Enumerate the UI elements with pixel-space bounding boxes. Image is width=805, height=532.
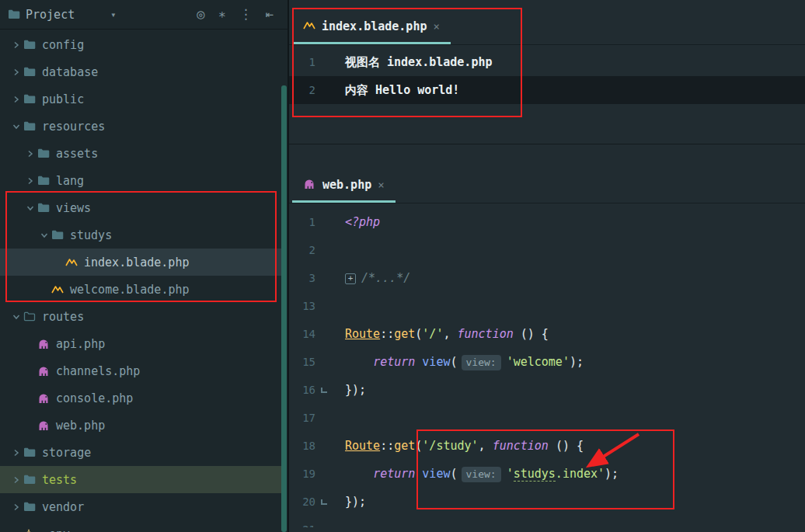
- tree-item-channels-php[interactable]: channels.php: [0, 357, 281, 384]
- code-token: get: [394, 439, 415, 453]
- tree-item-config[interactable]: config: [0, 31, 281, 58]
- line-number[interactable]: 13: [289, 292, 315, 320]
- tree-item-web-php[interactable]: web.php: [0, 412, 281, 439]
- code-line-21[interactable]: 21: [289, 516, 805, 527]
- collapse-all-icon[interactable]: ∗: [218, 8, 226, 21]
- tree-item-label: studys: [68, 228, 112, 242]
- code-token: studys: [514, 467, 556, 482]
- tree-item-label: .env: [40, 527, 70, 532]
- tree-item-public[interactable]: public: [0, 85, 281, 113]
- chevron-expanded-icon[interactable]: [26, 201, 34, 215]
- code-token: '/': [422, 327, 443, 341]
- project-panel-title[interactable]: Project: [26, 8, 75, 22]
- line-number[interactable]: 1: [289, 208, 315, 236]
- code-line-15[interactable]: 15 return view(view:'welcome');: [289, 348, 805, 376]
- hide-panel-icon[interactable]: ⇤: [266, 8, 274, 21]
- code-token: view: [422, 355, 450, 369]
- tree-item-views[interactable]: views: [0, 194, 281, 221]
- chevron-collapsed-icon[interactable]: [9, 503, 23, 511]
- parameter-hint: view:: [462, 467, 501, 482]
- tree-item-studys[interactable]: studys: [0, 221, 281, 249]
- chevron-collapsed-icon[interactable]: [9, 449, 23, 457]
- fold-end-marker[interactable]: [315, 376, 333, 404]
- line-number[interactable]: 21: [289, 516, 315, 527]
- code-line-2[interactable]: 2内容 Hello world!: [289, 76, 805, 104]
- code-line-18[interactable]: 18Route::get('/study', function () {: [289, 432, 805, 460]
- close-icon[interactable]: ×: [433, 20, 439, 33]
- line-number[interactable]: 1: [289, 48, 315, 76]
- chevron-collapsed-icon[interactable]: [9, 476, 23, 484]
- code-line-14[interactable]: 14Route::get('/', function () {: [289, 320, 805, 348]
- line-number[interactable]: 16: [289, 376, 315, 404]
- code-line-3[interactable]: 3+/*...*/: [289, 264, 805, 292]
- line-number[interactable]: 14: [289, 320, 315, 348]
- locate-icon[interactable]: ◎: [197, 8, 204, 21]
- editor-top: index.blade.php × 1视图名 index.blade.php2内…: [289, 0, 805, 144]
- code-line-19[interactable]: 19 return view(view:'studys.index');: [289, 460, 805, 488]
- code-token: .index': [556, 467, 605, 481]
- folded-region-expand-icon[interactable]: +: [345, 273, 356, 284]
- chevron-expanded-icon[interactable]: [40, 228, 48, 242]
- tree-item-env[interactable]: .env: [0, 520, 281, 532]
- project-tree-scrollbar[interactable]: [281, 85, 287, 532]
- fold-column: [315, 292, 333, 320]
- chevron-down-icon[interactable]: ▾: [110, 9, 116, 20]
- code-line-content: [333, 292, 345, 320]
- code-token: [345, 467, 373, 481]
- line-number[interactable]: 17: [289, 404, 315, 432]
- tree-item-storage[interactable]: storage: [0, 439, 281, 466]
- tree-item-database[interactable]: database: [0, 58, 281, 85]
- code-line-16[interactable]: 16});: [289, 376, 805, 404]
- tree-item-welcome-blade-php[interactable]: welcome.blade.php: [0, 276, 281, 303]
- chevron-collapsed-icon[interactable]: [9, 41, 23, 49]
- fold-end-marker[interactable]: [315, 488, 333, 516]
- code-line-content: Route::get('/', function () {: [333, 320, 549, 348]
- fold-column: [315, 320, 333, 348]
- line-number[interactable]: 2: [289, 76, 315, 104]
- editor-bottom-tabbar: web.php ×: [289, 167, 805, 203]
- code-line-13[interactable]: 13: [289, 292, 805, 320]
- chevron-collapsed-icon[interactable]: [9, 68, 23, 76]
- close-icon[interactable]: ×: [378, 179, 384, 191]
- tree-item-assets[interactable]: assets: [0, 140, 281, 167]
- code-line-17[interactable]: 17: [289, 404, 805, 432]
- tree-item-resources[interactable]: resources: [0, 113, 281, 140]
- tree-item-lang[interactable]: lang: [0, 167, 281, 194]
- code-token: [345, 355, 373, 369]
- code-line-1[interactable]: 1<?php: [289, 208, 805, 236]
- chevron-collapsed-icon[interactable]: [23, 177, 37, 185]
- line-number[interactable]: 2: [289, 236, 315, 264]
- line-number[interactable]: 20: [289, 488, 315, 516]
- code-token: ': [507, 467, 514, 481]
- line-number[interactable]: 3: [289, 264, 315, 292]
- tree-item-console-php[interactable]: console.php: [0, 384, 281, 412]
- editor-bottom-code: 1<?php23+/*...*/1314Route::get('/', func…: [289, 203, 805, 527]
- code-token: });: [345, 495, 366, 509]
- tree-item-index-blade-php[interactable]: index.blade.php: [0, 249, 281, 276]
- tree-item-vendor[interactable]: vendor: [0, 493, 281, 520]
- chevron-collapsed-icon[interactable]: [9, 96, 23, 103]
- code-line-content: <?php: [333, 208, 380, 236]
- code-line-1[interactable]: 1视图名 index.blade.php: [289, 48, 805, 76]
- more-options-icon[interactable]: ⋮: [239, 8, 253, 21]
- tree-item-tests[interactable]: tests: [0, 466, 281, 493]
- line-number[interactable]: 15: [289, 348, 315, 376]
- php-icon: [37, 393, 54, 403]
- tree-item-api-php[interactable]: api.php: [0, 330, 281, 357]
- chevron-expanded-icon[interactable]: [12, 120, 20, 134]
- tab-web-php[interactable]: web.php ×: [292, 169, 396, 203]
- line-number[interactable]: 19: [289, 460, 315, 488]
- folder-icon: [37, 176, 54, 186]
- code-line-2[interactable]: 2: [289, 236, 805, 264]
- code-line-20[interactable]: 20});: [289, 488, 805, 516]
- chevron-collapsed-icon[interactable]: [23, 150, 37, 158]
- tree-item-routes[interactable]: routes: [0, 303, 281, 330]
- tree-item-label: channels.php: [54, 364, 140, 378]
- code-line-content: [333, 236, 345, 264]
- line-number[interactable]: 18: [289, 432, 315, 460]
- tree-item-label: routes: [40, 310, 84, 324]
- chevron-expanded-icon[interactable]: [12, 310, 20, 324]
- code-token: [415, 467, 422, 481]
- fold-column[interactable]: [315, 264, 333, 292]
- tab-index-blade-php[interactable]: index.blade.php ×: [292, 10, 451, 44]
